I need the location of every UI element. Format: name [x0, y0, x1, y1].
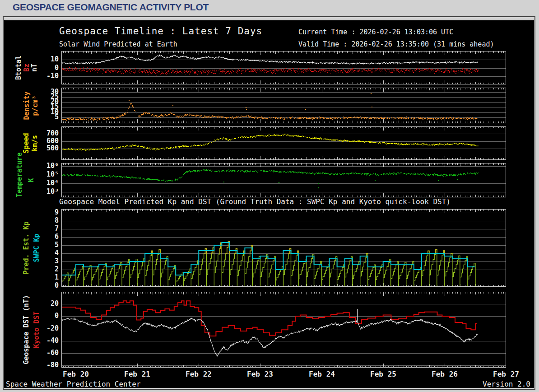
axis-label-density-1: p/cm³: [31, 88, 39, 124]
current-time: Current Time : 2026-02-26 13:03:06 UTC: [298, 28, 453, 36]
page-title: GEOSPACE GEOMAGNETIC ACTIVITY PLOT: [13, 2, 209, 13]
x-tick-label-2: Feb 22: [186, 370, 212, 378]
x-tick-label-4: Feb 24: [309, 370, 335, 378]
y-tick-label-temperature: 10⁵: [33, 172, 59, 177]
x-tick-label-7: Feb 27: [493, 370, 519, 378]
plot-title: Geospace Timeline : Latest 7 Days: [59, 26, 262, 37]
y-tick-label-temperature: 10³: [33, 189, 59, 195]
x-tick-label-0: Feb 20: [63, 370, 89, 378]
footer-left: Space Weather Prediction Center: [6, 380, 141, 388]
canvas-density: [61, 88, 506, 123]
y-tick-label-temperature: 10⁴: [33, 180, 59, 186]
canvas-temperature: [61, 163, 506, 197]
kp-dst-title: Geospace Model Predicted Kp and DST (Gro…: [59, 197, 451, 206]
panel-bfield: 100-10BtotalBznT: [61, 51, 506, 84]
canvas-speed: [61, 126, 506, 160]
panel-speed: 700600500Speedkm/s: [61, 126, 506, 160]
axis-label-temperature-1: K: [27, 163, 35, 197]
axis-label-kp-1: SWPC Kp: [33, 209, 41, 287]
panel-dst: 200-20-40-60-80Geospace DST (nT)Kyoto DS…: [61, 292, 506, 368]
y-tick-label-temperature: 10⁶: [33, 163, 59, 169]
axis-label-bfield-2: nT: [30, 51, 38, 84]
x-tick-label-5: Feb 25: [370, 370, 396, 378]
x-tick-label-1: Feb 21: [124, 370, 150, 378]
x-tick-label-6: Feb 26: [432, 370, 458, 378]
axis-label-temperature-0: Temperature: [15, 163, 23, 197]
axis-label-density-0: Density: [23, 88, 31, 124]
plot-area: Geospace Timeline : Latest 7 Days Curren…: [4, 20, 534, 388]
panel-temperature: 10⁶10⁵10⁴10³TemperatureK: [61, 163, 506, 197]
valid-time: Valid Time : 2026-02-26 13:35:00 (31 min…: [298, 40, 494, 48]
panel-density: 30252015105Densityp/cm³: [61, 88, 506, 123]
plot-frame: Geospace Timeline : Latest 7 Days Curren…: [3, 16, 535, 390]
axis-label-bfield-1: Bz: [23, 51, 31, 84]
axis-label-speed-1: km/s: [31, 126, 39, 160]
canvas-dst: [61, 292, 506, 368]
axis-label-dst-1: Kyoto DST: [33, 292, 41, 368]
canvas-bfield: [61, 51, 506, 84]
canvas-kp: [61, 209, 506, 287]
x-tick-label-3: Feb 23: [247, 370, 273, 378]
axis-label-kp-0: Pred. Est. Kp: [22, 209, 30, 287]
axis-label-dst-0: Geospace DST (nT): [22, 292, 30, 368]
axis-label-bfield-0: Btotal: [14, 51, 23, 84]
footer-right: Version 2.0: [483, 380, 530, 388]
solar-wind-subtitle: Solar Wind Predicted at Earth: [59, 40, 177, 48]
panel-kp: 9876543210Pred. Est. KpSWPC Kp: [61, 209, 506, 287]
